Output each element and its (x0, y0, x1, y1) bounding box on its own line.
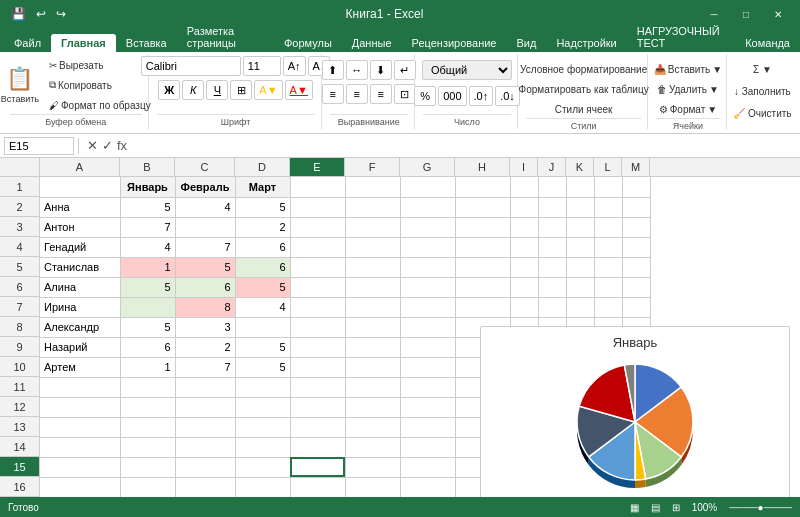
italic-btn[interactable]: К (182, 80, 204, 100)
cell-c13[interactable] (175, 417, 235, 437)
cell-d8[interactable] (235, 317, 290, 337)
delete-cells-btn[interactable]: 🗑 Удалить ▼ (653, 80, 723, 98)
close-btn[interactable]: ✕ (764, 4, 792, 24)
row-header-6[interactable]: 6 (0, 277, 40, 297)
row-header-14[interactable]: 14 (0, 437, 40, 457)
tab-file[interactable]: Файл (4, 34, 51, 52)
cell-c3[interactable] (175, 217, 235, 237)
col-header-i[interactable]: I (510, 158, 538, 176)
cell-a1[interactable] (40, 177, 120, 197)
row-header-15[interactable]: 15 (0, 457, 40, 477)
cell-c4[interactable]: 7 (175, 237, 235, 257)
cell-d3[interactable]: 2 (235, 217, 290, 237)
align-right-btn[interactable]: ≡ (370, 84, 392, 104)
cell-b6[interactable]: 5 (120, 277, 175, 297)
autosum-btn[interactable]: Σ ▼ (749, 60, 776, 78)
cell-a8[interactable]: Александр (40, 317, 120, 337)
tab-data[interactable]: Данные (342, 34, 402, 52)
border-btn[interactable]: ⊞ (230, 80, 252, 100)
status-view-preview[interactable]: ⊞ (672, 502, 680, 513)
cell-c16[interactable] (175, 477, 235, 497)
col-header-m[interactable]: M (622, 158, 650, 176)
cell-j4[interactable] (538, 237, 566, 257)
save-quick-btn[interactable]: 💾 (8, 5, 29, 23)
cell-m6[interactable] (622, 277, 650, 297)
cell-g16[interactable] (400, 477, 455, 497)
tab-formulas[interactable]: Формулы (274, 34, 342, 52)
status-zoom-slider[interactable]: ────●──── (729, 502, 792, 513)
cell-d15[interactable] (235, 457, 290, 477)
cell-j5[interactable] (538, 257, 566, 277)
cell-b4[interactable]: 4 (120, 237, 175, 257)
cell-a5[interactable]: Станислав (40, 257, 120, 277)
cell-b16[interactable] (120, 477, 175, 497)
cell-a14[interactable] (40, 437, 120, 457)
cell-d1[interactable]: Март (235, 177, 290, 197)
cell-c7[interactable]: 8 (175, 297, 235, 317)
cell-h3[interactable] (455, 217, 510, 237)
cell-g11[interactable] (400, 377, 455, 397)
cell-a2[interactable]: Анна (40, 197, 120, 217)
format-cells-btn[interactable]: ⚙ Формат ▼ (655, 100, 721, 118)
cell-g6[interactable] (400, 277, 455, 297)
cell-f11[interactable] (345, 377, 400, 397)
cell-i5[interactable] (510, 257, 538, 277)
cell-j2[interactable] (538, 197, 566, 217)
cell-d13[interactable] (235, 417, 290, 437)
cell-c10[interactable]: 7 (175, 357, 235, 377)
align-middle-btn[interactable]: ↔ (346, 60, 368, 80)
row-header-5[interactable]: 5 (0, 257, 40, 277)
cell-e16[interactable] (290, 477, 345, 497)
cell-i7[interactable] (510, 297, 538, 317)
align-top-btn[interactable]: ⬆ (322, 60, 344, 80)
cell-f13[interactable] (345, 417, 400, 437)
cancel-formula-icon[interactable]: ✕ (87, 138, 98, 153)
cell-e5[interactable] (290, 257, 345, 277)
cell-g2[interactable] (400, 197, 455, 217)
col-header-g[interactable]: G (400, 158, 455, 176)
row-header-8[interactable]: 8 (0, 317, 40, 337)
cell-g12[interactable] (400, 397, 455, 417)
row-header-13[interactable]: 13 (0, 417, 40, 437)
formula-input[interactable] (135, 140, 796, 152)
status-view-normal[interactable]: ▦ (630, 502, 639, 513)
cell-e3[interactable] (290, 217, 345, 237)
insert-cells-btn[interactable]: 📥 Вставить ▼ (650, 60, 726, 78)
cell-k4[interactable] (566, 237, 594, 257)
cell-a16[interactable] (40, 477, 120, 497)
cell-k2[interactable] (566, 197, 594, 217)
cell-f7[interactable] (345, 297, 400, 317)
cell-a6[interactable]: Алина (40, 277, 120, 297)
row-header-3[interactable]: 3 (0, 217, 40, 237)
cell-l7[interactable] (594, 297, 622, 317)
cell-g7[interactable] (400, 297, 455, 317)
cell-l5[interactable] (594, 257, 622, 277)
col-header-j[interactable]: J (538, 158, 566, 176)
cell-k6[interactable] (566, 277, 594, 297)
cell-b10[interactable]: 1 (120, 357, 175, 377)
cell-k7[interactable] (566, 297, 594, 317)
insert-function-icon[interactable]: fx (117, 138, 127, 153)
cell-h7[interactable] (455, 297, 510, 317)
bold-btn[interactable]: Ж (158, 80, 180, 100)
cell-c12[interactable] (175, 397, 235, 417)
cell-b13[interactable] (120, 417, 175, 437)
redo-quick-btn[interactable]: ↪ (53, 5, 69, 23)
cell-k3[interactable] (566, 217, 594, 237)
col-header-e[interactable]: E (290, 158, 345, 176)
cell-b8[interactable]: 5 (120, 317, 175, 337)
cell-c2[interactable]: 4 (175, 197, 235, 217)
font-color-btn[interactable]: A▼ (285, 80, 313, 100)
cell-f15[interactable] (345, 457, 400, 477)
cell-i3[interactable] (510, 217, 538, 237)
cell-b15[interactable] (120, 457, 175, 477)
cell-j6[interactable] (538, 277, 566, 297)
cell-l1[interactable] (594, 177, 622, 197)
clear-btn[interactable]: 🧹 Очистить (729, 104, 795, 122)
increase-font-btn[interactable]: A↑ (283, 56, 306, 76)
cell-d4[interactable]: 6 (235, 237, 290, 257)
cell-c14[interactable] (175, 437, 235, 457)
row-header-1[interactable]: 1 (0, 177, 40, 197)
minimize-btn[interactable]: ─ (700, 4, 728, 24)
cell-b11[interactable] (120, 377, 175, 397)
